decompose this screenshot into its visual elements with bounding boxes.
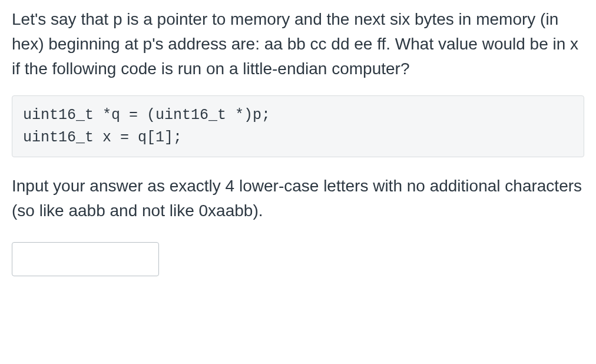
code-block: uint16_t *q = (uint16_t *)p; uint16_t x …	[12, 95, 584, 157]
question-prompt: Let's say that p is a pointer to memory …	[12, 7, 584, 81]
answer-input[interactable]	[12, 242, 159, 276]
answer-instruction: Input your answer as exactly 4 lower-cas…	[12, 174, 584, 223]
